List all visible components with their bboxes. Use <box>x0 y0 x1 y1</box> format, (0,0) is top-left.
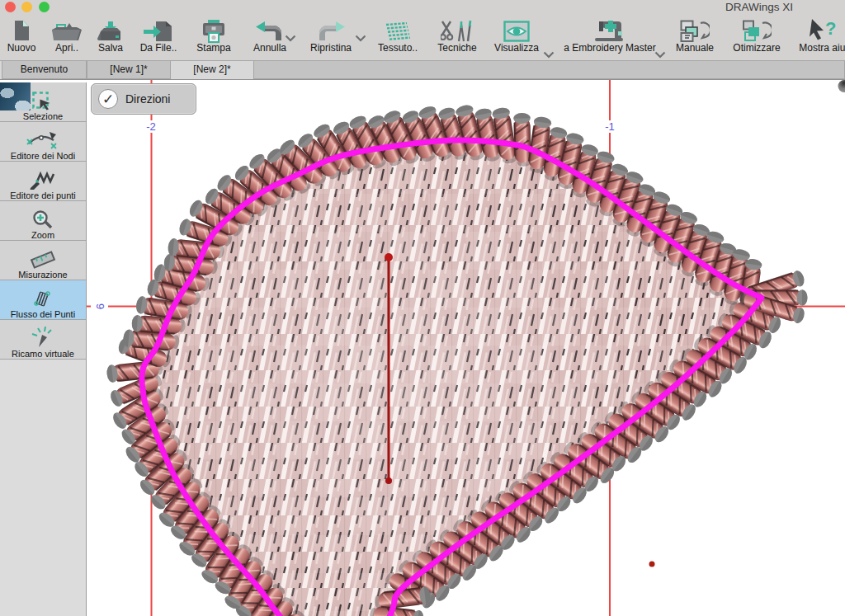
svg-text:6: 6 <box>94 303 106 309</box>
svg-text:-2: -2 <box>146 120 156 133</box>
svg-text:?: ? <box>825 19 836 39</box>
svg-text:-1: -1 <box>605 120 615 133</box>
